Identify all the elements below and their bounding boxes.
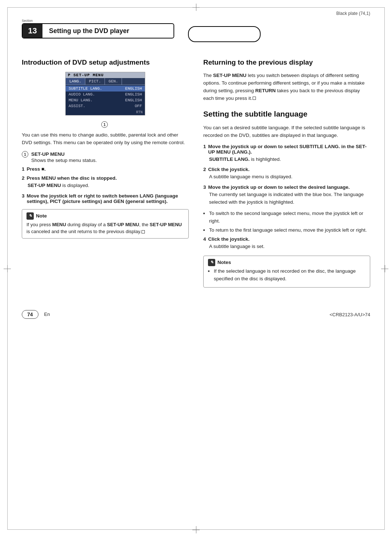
header-row: Section 13 Setting up the DVD player (22, 19, 370, 49)
setup-menu-item: 1 SET-UP MENU Shows the setup menu statu… (22, 151, 189, 164)
note-box: ✎ Note If you press MENU during display … (22, 209, 189, 239)
right-note-icon: ✎ (208, 259, 215, 266)
right-note-1: If the selected language is not recorded… (208, 268, 366, 283)
step-1-header: 1 Press ■. (22, 166, 189, 172)
right-heading-1: Returning to the previous display (203, 58, 370, 67)
right-step-4: 4 Click the joystick. A subtitle languag… (203, 236, 370, 251)
menu-row-subtitle: SUBTITLE LANG. ENGLISH (66, 86, 145, 91)
step-3-text: Move the joystick left or right to switc… (27, 193, 189, 204)
menu-tab-lang: LANG. (66, 78, 85, 85)
right-step-4-header: 4 Click the joystick. (203, 236, 370, 242)
returning-body: The SET-UP MENU lets you switch between … (203, 72, 370, 102)
footer-code: <CRB2123-A/U>74 (330, 312, 370, 317)
intro-text: You can use this menu to change audio, s… (22, 131, 189, 147)
right-step-1-body: SUBTITLE LANG. is highlighted. (209, 156, 370, 163)
right-notes-list: If the selected language is not recorded… (208, 268, 366, 283)
right-step-2-text: Click the joystick. (208, 167, 250, 172)
right-step-1-text: Move the joystick up or down to select S… (208, 144, 370, 155)
plate-label: Black plate (74,1) (336, 11, 370, 16)
note-icon: ✎ (26, 212, 34, 220)
left-heading: Introduction of DVD setup adjustments (22, 58, 189, 67)
right-step-3-body: The currently set language is indicated … (209, 191, 370, 206)
right-step-3: 3 Move the joystick up or down to select… (203, 184, 370, 206)
right-notes-title: ✎ Notes (208, 259, 366, 266)
footer-left: 74 En (22, 310, 50, 319)
main-columns: Introduction of DVD setup adjustments P … (22, 58, 370, 293)
crosshair-right (381, 265, 388, 272)
footer-right: <CRB2123-A/U>74 (330, 312, 370, 317)
menu-screenshot: P SET-UP MENU LANG. PICT. GEN. SUBTITLE … (65, 72, 145, 115)
step-1-num: 1 (22, 166, 25, 172)
note-text: If you press MENU during display of a SE… (26, 221, 184, 235)
step-3-header: 3 Move the joystick left or right to swi… (22, 193, 189, 204)
menu-tab-pict: PICT. (85, 78, 105, 85)
bullet-list: To switch to the second language select … (203, 210, 370, 234)
menu-row-assist: ASSIST. OFF (66, 103, 145, 109)
setup-menu-desc: Shows the setup menu status. (31, 158, 97, 163)
right-step-2: 2 Click the joystick. A subtitle languag… (203, 167, 370, 181)
right-step-2-body: A subtitle language menu is displayed. (209, 173, 370, 181)
menu-title-bar: P SET-UP MENU (66, 72, 145, 78)
step-2-header: 2 Press MENU when the disc is stopped. (22, 175, 189, 181)
menu-row-menulang: MENU LANG. ENGLISH (66, 97, 145, 103)
en-label: En (44, 312, 50, 317)
step-1-text: Press ■. (27, 166, 46, 172)
right-step-1-header: 1 Move the joystick up or down to select… (203, 144, 370, 155)
callout-number: 1 (101, 121, 108, 128)
step-2-num: 2 (22, 175, 25, 181)
right-notes-label: Notes (217, 260, 231, 265)
note-title: ✎ Note (26, 212, 184, 220)
right-step-1: 1 Move the joystick up or down to select… (203, 144, 370, 163)
right-step-2-num: 2 (203, 167, 206, 172)
crosshair-top (192, 4, 200, 11)
crosshair-bottom (192, 526, 200, 533)
section-bar-wrapper: Section 13 Setting up the DVD player (22, 19, 261, 49)
bullet-item-2: To return to the first language select m… (203, 227, 370, 234)
setup-menu-content: SET-UP MENU Shows the setup menu status. (31, 151, 97, 164)
section-number: 13 (23, 24, 42, 38)
menu-row-audio: AUDIO LANG. ENGLISH (66, 91, 145, 97)
subtitle-intro: You can set a desired subtitle language.… (203, 124, 370, 139)
section-title: Setting up the DVD player (42, 25, 136, 37)
step-2-text: Press MENU when the disc is stopped. (27, 175, 117, 181)
step-1: 1 Press ■. (22, 166, 189, 172)
right-step-3-num: 3 (203, 184, 206, 190)
step-2: 2 Press MENU when the disc is stopped. S… (22, 175, 189, 190)
bullet-item-1: To switch to the second language select … (203, 210, 370, 225)
page-number: 74 (22, 310, 38, 319)
section-bar: 13 Setting up the DVD player (22, 23, 174, 38)
right-notes-box: ✎ Notes If the selected language is not … (203, 256, 370, 288)
right-column: Returning to the previous display The SE… (203, 58, 370, 293)
step-2-body: SET-UP MENU is displayed. (28, 182, 189, 190)
step-3: 3 Move the joystick left or right to swi… (22, 193, 189, 204)
square-symbol-2 (253, 97, 256, 100)
page-header: Black plate (74,1) (22, 11, 370, 16)
crosshair-left (4, 265, 11, 272)
right-step-1-num: 1 (203, 144, 206, 149)
menu-rows: SUBTITLE LANG. ENGLISH AUDIO LANG. ENGLI… (66, 85, 145, 110)
section-label-wrap: Setting up the DVD player (42, 25, 173, 37)
square-symbol (142, 230, 145, 233)
section-label: Section (22, 19, 174, 23)
left-column: Introduction of DVD setup adjustments P … (22, 58, 189, 293)
right-step-3-text: Move the joystick up or down to select t… (208, 184, 350, 190)
menu-tab-gen: GEN. (105, 78, 122, 85)
section-oval-decoration (188, 26, 261, 42)
note-label: Note (36, 213, 47, 219)
menu-bottom: RTN (66, 110, 145, 115)
right-step-4-num: 4 (203, 236, 206, 242)
right-step-3-header: 3 Move the joystick up or down to select… (203, 184, 370, 190)
right-step-2-header: 2 Click the joystick. (203, 167, 370, 172)
right-heading-2: Setting the subtitle language (203, 109, 370, 119)
setup-menu-circle: 1 (22, 151, 28, 158)
setup-menu-label: SET-UP MENU (31, 151, 65, 157)
page-footer: 74 En <CRB2123-A/U>74 (22, 307, 370, 319)
right-step-4-text: Click the joystick. (208, 236, 250, 242)
step-3-num: 3 (22, 193, 25, 199)
menu-tabs: LANG. PICT. GEN. (66, 78, 145, 85)
right-step-4-body: A subtitle language is set. (209, 243, 370, 251)
callout-indicator: 1 (22, 121, 189, 128)
